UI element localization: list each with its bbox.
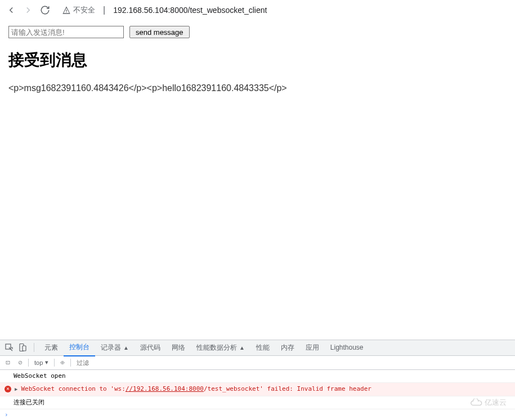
page-body: send message 接受到消息 <p>msg1682391160.4843…	[0, 20, 515, 340]
tab-recorder[interactable]: 记录器 ▲	[95, 340, 135, 356]
tab-recorder-label: 记录器	[101, 343, 121, 353]
message-output: <p>msg1682391160.4843426</p><p>hello1682…	[8, 83, 507, 93]
security-label: 不安全	[73, 5, 95, 15]
console-toolbar: top ▾	[0, 356, 515, 370]
error-icon: ✕	[5, 386, 11, 392]
clear-console-icon[interactable]	[16, 358, 25, 367]
svg-rect-2	[23, 346, 26, 351]
console-error-line[interactable]: ✕ ▶ WebSocket connection to 'ws://192.16…	[0, 383, 515, 396]
svg-point-6	[62, 362, 63, 363]
console-log-line: WebSocket open	[0, 370, 515, 383]
tab-perf-label: 性能数据分析	[196, 343, 237, 353]
console-input-line[interactable]: ›	[0, 409, 515, 420]
tab-console[interactable]: 控制台	[64, 339, 95, 356]
security-indicator[interactable]: 不安全	[62, 5, 95, 15]
form-row: send message	[8, 26, 507, 38]
context-selector[interactable]: top ▾	[32, 358, 51, 367]
experiment-icon: ▲	[239, 345, 245, 351]
back-button[interactable]	[6, 4, 17, 16]
browser-toolbar: 不安全 | 192.168.56.104:8000/test_websocket…	[0, 0, 515, 20]
error-url-scheme: ws:	[114, 385, 126, 392]
send-button[interactable]: send message	[129, 26, 190, 38]
expand-arrow-icon[interactable]: ▶	[15, 386, 17, 394]
tab-application[interactable]: 应用	[300, 340, 325, 356]
filter-input[interactable]	[74, 358, 142, 367]
url-text[interactable]: 192.168.56.104:8000/test_websocket_clien…	[113, 6, 267, 15]
svg-line-5	[19, 362, 21, 364]
devtools-tabs: 元素 控制台 记录器 ▲ 源代码 网络 性能数据分析 ▲ 性能 内存 应用 Li…	[0, 340, 515, 356]
eye-icon[interactable]	[58, 358, 67, 367]
chevron-right-icon: ›	[5, 411, 8, 418]
tab-network[interactable]: 网络	[166, 340, 191, 356]
svg-rect-3	[6, 361, 10, 364]
error-url-host: //192.168.56.104:8000	[126, 385, 204, 392]
tab-performance[interactable]: 性能	[250, 340, 275, 356]
chevron-down-icon: ▾	[45, 359, 48, 366]
toggle-drawer-icon[interactable]	[3, 358, 12, 367]
error-text-prefix: WebSocket connection to '	[21, 385, 114, 392]
forward-button[interactable]	[23, 4, 34, 16]
console-output: WebSocket open ✕ ▶ WebSocket connection …	[0, 370, 515, 421]
tab-sources[interactable]: 源代码	[135, 340, 166, 356]
device-toggle-icon[interactable]	[18, 343, 27, 352]
toolbar-divider	[54, 359, 55, 367]
console-log-line: 连接已关闭	[0, 396, 515, 410]
tab-memory[interactable]: 内存	[275, 340, 300, 356]
tab-elements[interactable]: 元素	[39, 340, 64, 356]
message-input[interactable]	[8, 26, 124, 38]
error-message: WebSocket connection to 'ws://192.168.56…	[21, 385, 371, 394]
reload-button[interactable]	[39, 4, 51, 16]
devtools-dock-controls	[5, 343, 34, 352]
experiment-icon: ▲	[123, 345, 129, 351]
context-label: top	[34, 359, 43, 366]
tab-performance-insights[interactable]: 性能数据分析 ▲	[191, 340, 250, 356]
error-url-rest: /test_websocket' failed: Invalid frame h…	[204, 385, 371, 392]
inspect-icon[interactable]	[5, 343, 14, 352]
tab-lighthouse[interactable]: Lighthouse	[325, 340, 369, 355]
toolbar-divider	[28, 359, 29, 367]
url-divider: |	[103, 5, 105, 15]
devtools-panel: 元素 控制台 记录器 ▲ 源代码 网络 性能数据分析 ▲ 性能 内存 应用 Li…	[0, 340, 515, 421]
toolbar-divider	[70, 359, 71, 367]
received-heading: 接受到消息	[8, 49, 507, 71]
